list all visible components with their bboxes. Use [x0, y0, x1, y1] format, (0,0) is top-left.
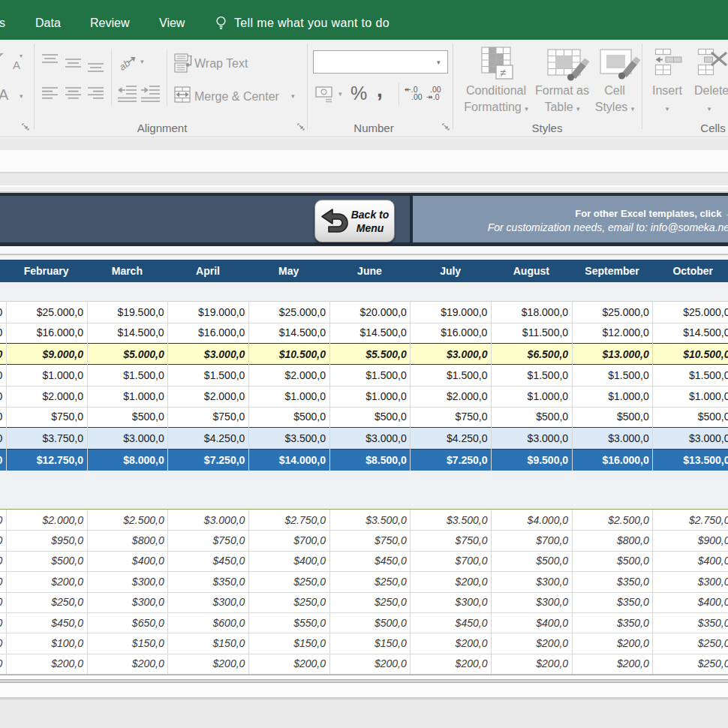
svg-text:ab: ab [118, 57, 132, 71]
svg-text:≠: ≠ [500, 66, 506, 79]
